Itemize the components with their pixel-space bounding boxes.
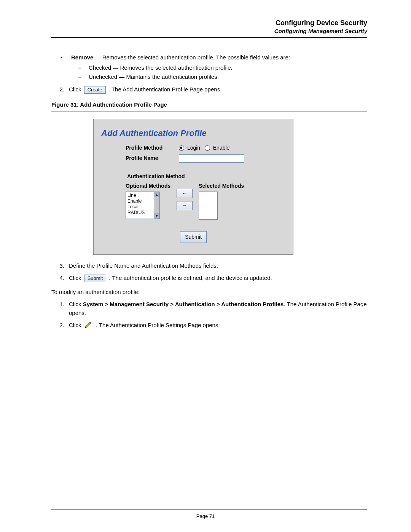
radio-login-label: Login: [187, 145, 200, 151]
submit-button[interactable]: Submit: [180, 231, 207, 243]
dash-mark: –: [78, 73, 89, 81]
modify-2-text: Click . The Authentication Profile Setti…: [69, 321, 220, 331]
page-number: Page 71: [0, 513, 411, 519]
profile-name-label: Profile Name: [126, 154, 179, 162]
edit-pencil-icon[interactable]: [84, 321, 93, 331]
modify-1-number: 1.: [51, 300, 69, 317]
remove-unchecked: Unchecked — Maintains the authentication…: [89, 73, 219, 81]
profile-method-radios: Login Enable: [179, 144, 229, 152]
profile-name-input[interactable]: [179, 154, 244, 163]
create-button[interactable]: Create: [84, 86, 106, 94]
scroll-up-icon[interactable]: ▲: [154, 192, 159, 197]
step-3-number: 3.: [51, 262, 69, 270]
bullet-mark: •: [61, 53, 71, 62]
scroll-down-icon[interactable]: ▼: [154, 213, 159, 219]
modify-2-number: 2.: [51, 321, 69, 331]
figure-add-auth-profile: Add Authentication Profile Profile Metho…: [93, 119, 293, 255]
step-2-text: Click Create . The Add Authentication Pr…: [69, 85, 221, 94]
step-4-number: 4.: [51, 274, 69, 283]
radio-enable-label: Enable: [213, 145, 230, 151]
page-header-title: Configuring Device Security: [51, 19, 367, 27]
figure-caption: Figure 31: Add Authentication Profile Pa…: [51, 101, 367, 109]
radio-enable[interactable]: [205, 145, 210, 151]
step-3-text: Define the Profile Name and Authenticati…: [69, 262, 218, 270]
selected-methods-label: Selected Methods: [199, 182, 244, 190]
step-4-text: Click Submit . The authentication profil…: [69, 274, 272, 283]
step-2-number: 2.: [51, 85, 69, 94]
modify-intro: To modify an authentication profile:: [51, 288, 367, 297]
remove-line: Remove — Removes the selected authentica…: [71, 53, 290, 62]
page-header-subtitle: Configuring Management Security: [51, 28, 367, 34]
move-right-button[interactable]: →: [177, 201, 193, 210]
header-rule: [51, 37, 367, 38]
submit-inline-button[interactable]: Submit: [84, 275, 106, 282]
listbox-scrollbar[interactable]: ▲ ▼: [154, 192, 159, 219]
selected-methods-listbox[interactable]: [199, 192, 218, 220]
dash-mark: –: [78, 64, 89, 72]
profile-method-label: Profile Method: [126, 144, 179, 152]
move-left-button[interactable]: ←: [177, 189, 193, 198]
figure-rule: [51, 112, 367, 112]
modify-1-text: Click System > Management Security > Aut…: [69, 300, 367, 317]
footer-rule: [51, 510, 367, 510]
radio-login[interactable]: [179, 145, 184, 151]
dialog-title: Add Authentication Profile: [101, 127, 285, 139]
optional-methods-label: Optional Methods: [126, 182, 170, 190]
optional-methods-listbox[interactable]: Line Enable Local RADIUS ▲ ▼: [126, 192, 160, 219]
remove-checked: Checked — Removes the selected authentic…: [89, 64, 233, 72]
auth-method-label: Authentication Method: [126, 172, 263, 182]
